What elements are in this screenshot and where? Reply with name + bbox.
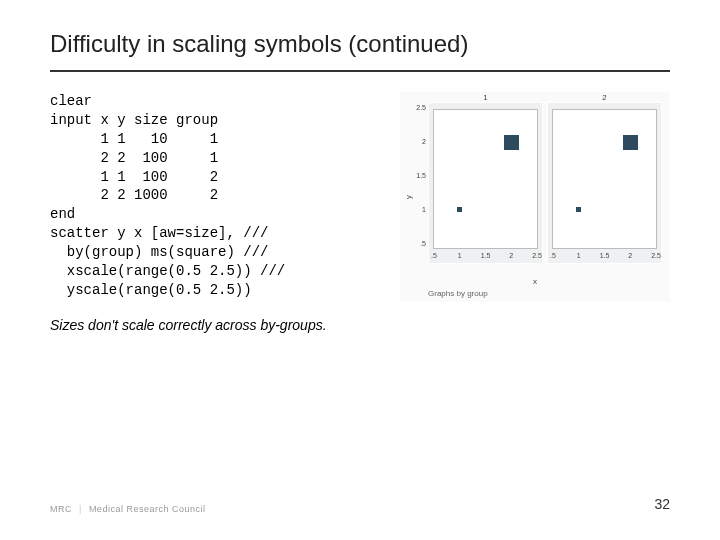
page-number: 32: [654, 496, 670, 512]
panel-title: 2: [548, 93, 661, 102]
x-tick: 2: [628, 252, 632, 259]
data-point: [457, 207, 462, 212]
x-tick: 1: [458, 252, 462, 259]
x-tick: 2.5: [532, 252, 542, 259]
x-tick: .5: [431, 252, 437, 259]
y-tick: .5: [414, 240, 426, 247]
chart-panel-1: 1 .5 1 1.5 2 2.5: [428, 102, 543, 264]
caption-text: Sizes don't scale correctly across by-gr…: [50, 316, 390, 335]
y-tick: 1.5: [414, 172, 426, 179]
x-tick: 1: [577, 252, 581, 259]
data-point: [576, 207, 581, 212]
chart-panel-2: 2 .5 1 1.5 2 2.5: [547, 102, 662, 264]
page-title: Difficulty in scaling symbols (continued…: [50, 30, 670, 72]
footer-logo: MRC | Medical Research Council: [50, 504, 205, 514]
x-tick: 1.5: [600, 252, 610, 259]
y-tick: 2.5: [414, 104, 426, 111]
y-axis-label: y: [404, 195, 413, 199]
x-tick: 1.5: [481, 252, 491, 259]
divider: |: [75, 504, 86, 514]
data-point: [623, 135, 638, 150]
x-tick: 2.5: [651, 252, 661, 259]
x-axis-label: x: [400, 277, 670, 286]
org-text: Medical Research Council: [89, 504, 206, 514]
code-block: clear input x y size group 1 1 10 1 2 2 …: [50, 92, 390, 300]
y-tick: 2: [414, 138, 426, 145]
y-tick: 1: [414, 206, 426, 213]
x-tick: 2: [509, 252, 513, 259]
logo-text: MRC: [50, 504, 72, 514]
x-tick: .5: [550, 252, 556, 259]
data-point: [504, 135, 519, 150]
chart-subcaption: Graphs by group: [428, 289, 488, 298]
scatter-chart: y 2.5 2 1.5 1 .5 1 .5 1 1.5 2 2.5: [400, 92, 670, 302]
panel-title: 1: [429, 93, 542, 102]
